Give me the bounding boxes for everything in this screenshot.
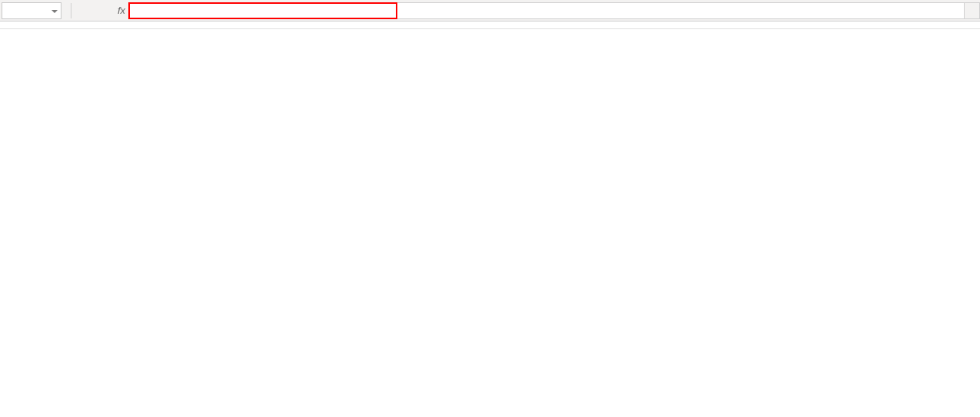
spacer xyxy=(0,22,980,29)
fx-icon[interactable]: fx xyxy=(118,5,125,16)
formula-bar-blank[interactable] xyxy=(397,2,965,19)
formula-bar: fx xyxy=(0,0,980,22)
excel-window: fx xyxy=(0,0,980,417)
cancel-icon[interactable] xyxy=(78,3,94,18)
separator xyxy=(71,3,71,18)
formula-input[interactable] xyxy=(128,2,397,19)
expand-formula-bar-icon[interactable] xyxy=(965,2,980,19)
enter-icon[interactable] xyxy=(98,3,114,18)
name-box[interactable] xyxy=(2,2,61,19)
